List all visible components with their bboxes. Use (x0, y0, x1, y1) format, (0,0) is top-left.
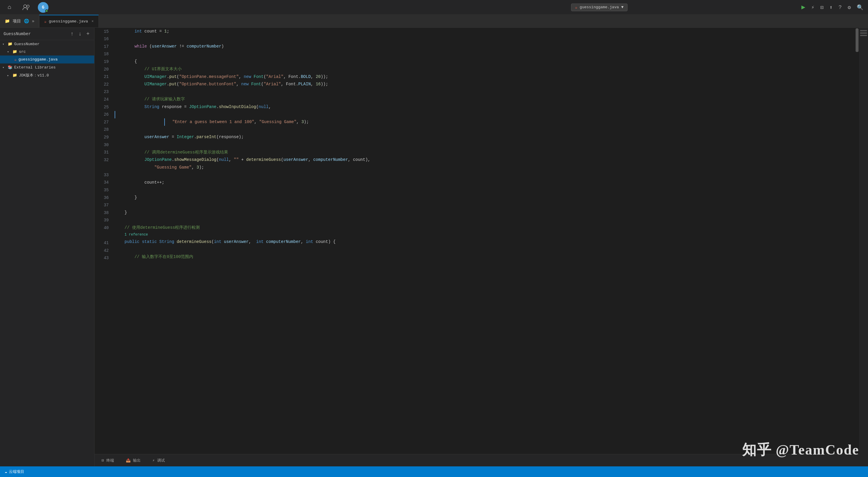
edge-stripe-1 (860, 30, 867, 31)
edge-stripe-2 (860, 32, 867, 34)
collapse-icon[interactable]: » (32, 19, 34, 24)
help-icon[interactable]: ? (838, 4, 842, 10)
code-line-25: String response = JOptionPane.showInputD… (115, 103, 855, 111)
output-tab[interactable]: 📤 输出 (123, 456, 143, 464)
code-line-35 (115, 186, 855, 194)
code-line-40: // 使用determineGuess程序进行检测 (115, 224, 855, 232)
code-editor[interactable]: int count = 1; while (userAnswer != comp… (112, 28, 855, 454)
panel-label: 项目 (13, 19, 21, 24)
code-line-24: // 请求玩家输入数字 (115, 96, 855, 103)
avatar-status-dot (45, 9, 48, 12)
line-num-40b (95, 232, 109, 239)
tree-item-jdk[interactable]: ▸ 📁 JDK版本：v11.0 (0, 71, 94, 79)
line-num-35: 35 (95, 186, 109, 194)
code-line-17: while (userAnswer != computerNumber) (115, 43, 855, 50)
terminal-tab[interactable]: ⊡ 终端 (99, 456, 116, 464)
line-num-18: 18 (95, 50, 109, 58)
panel-icon: 📁 (5, 19, 10, 24)
globe-icon: 🌐 (24, 19, 29, 24)
chevron-right-icon: ▸ (7, 73, 11, 77)
file-dropdown[interactable]: ☕ guessinggame.java ▼ (571, 4, 627, 11)
right-edge (859, 28, 868, 466)
line-num-16: 16 (95, 35, 109, 43)
line-num-38: 38 (95, 209, 109, 217)
cloud-status[interactable]: ☁ 云端项目 (5, 469, 24, 474)
code-line-43: // 输入数字不在0至100范围内 (115, 253, 855, 261)
run-button[interactable]: ▶ (802, 3, 805, 11)
code-line-39 (115, 217, 855, 224)
code-line-19: { (115, 58, 855, 66)
editor-area: 15 16 17 18 19 20 21 22 23 24 25 26 27 2… (95, 28, 859, 466)
line-num-21: 21 (95, 73, 109, 81)
line-num-28: 28 (95, 126, 109, 134)
share-icon[interactable]: ⬆ (830, 4, 833, 11)
line-num-17: 17 (95, 43, 109, 50)
code-line-34: count++; (115, 179, 855, 186)
add-file-icon[interactable]: + (85, 30, 91, 37)
code-line-41: public static String determineGuess(int … (115, 238, 855, 246)
line-num-31: 31 (95, 149, 109, 157)
home-icon[interactable]: ⌂ (5, 3, 14, 12)
panel-toggle[interactable]: 📁 项目 🌐 » (0, 15, 39, 28)
line-num-26: 26 (95, 111, 109, 118)
line-num-23: 23 (95, 88, 109, 96)
settings-icon[interactable]: ⚙ (848, 4, 851, 11)
dropdown-filename: guessinggame.java (580, 5, 619, 9)
tab-close-icon[interactable]: × (92, 20, 94, 24)
titlebar-center: ☕ guessinggame.java ▼ (403, 4, 795, 11)
users-icon[interactable] (21, 3, 31, 12)
tree-item-guessinggame[interactable]: ☕ guessinggame.java (0, 56, 94, 64)
line-num-32: 32 (95, 156, 109, 164)
reference-hint[interactable]: 1 reference (115, 232, 855, 238)
sidebar-header: GuessNumber ↑ ↓ + (0, 28, 94, 40)
line-num-34: 34 (95, 179, 109, 186)
code-line-28 (115, 126, 855, 134)
titlebar-right: ▶ ⚡ ⊡ ⬆ ? ⚙ 🔍 (802, 3, 863, 11)
tree-item-src[interactable]: ▾ 📁 src (0, 48, 94, 56)
download-icon[interactable]: ↓ (77, 30, 83, 37)
tree-item-guessnumber[interactable]: ▾ 📁 GuessNumber (0, 40, 94, 48)
terminal-label: 终端 (106, 458, 114, 463)
avatar[interactable]: G (38, 2, 49, 13)
search-icon[interactable]: 🔍 (857, 4, 863, 11)
code-line-42 (115, 246, 855, 253)
debug-icon: ⚡ (152, 458, 155, 463)
tree-label: GuessNumber (14, 42, 39, 46)
editor-content: 15 16 17 18 19 20 21 22 23 24 25 26 27 2… (95, 28, 859, 454)
external-libs-icon: 📚 (8, 65, 12, 70)
tab-label: guessinggame.java (49, 19, 88, 24)
line-num-20: 20 (95, 66, 109, 73)
java-file-icon: ☕ (44, 19, 46, 24)
output-icon: 📤 (126, 458, 131, 463)
line-num-37: 37 (95, 202, 109, 209)
cloud-label: 云端项目 (9, 469, 24, 474)
main-content: GuessNumber ↑ ↓ + ▾ 📁 GuessNumber ▾ 📁 sr… (0, 28, 868, 466)
java-file-icon: ☕ (14, 57, 17, 62)
file-tab[interactable]: ☕ guessinggame.java × (39, 15, 99, 28)
debug-tab[interactable]: ⚡ 调试 (150, 456, 167, 464)
line-num-22: 22 (95, 80, 109, 88)
upload-icon[interactable]: ↑ (69, 30, 75, 37)
line-num-24: 24 (95, 96, 109, 103)
tree-item-external-libraries[interactable]: ▾ 📚 External Libraries (0, 64, 94, 71)
tree-label: guessinggame.java (18, 57, 58, 62)
code-line-22: UIManager.put("OptionPane.buttonFont", n… (115, 80, 855, 88)
sidebar-actions: ↑ ↓ + (69, 30, 91, 37)
tabbar: 📁 项目 🌐 » ☕ guessinggame.java × (0, 15, 868, 28)
code-line-31: // 调用determineGuess程序显示游戏结果 (115, 149, 855, 157)
code-line-30 (115, 141, 855, 149)
sidebar-title: GuessNumber (4, 32, 31, 36)
jdk-icon: 📁 (12, 73, 17, 78)
debug-icon[interactable]: ⚡ (811, 4, 814, 11)
split-editor-icon[interactable]: ⊡ (820, 4, 824, 11)
statusbar: ☁ 云端项目 (0, 466, 868, 477)
bottom-tabs: ⊡ 终端 📤 输出 ⚡ 调试 (95, 454, 859, 466)
tree-label: src (19, 49, 26, 54)
scrollbar[interactable] (855, 28, 859, 454)
line-num-32b (95, 164, 109, 171)
code-line-33 (115, 171, 855, 179)
line-num-19: 19 (95, 58, 109, 66)
code-line-32b: "Guessing Game", 3); (115, 164, 855, 171)
sidebar: GuessNumber ↑ ↓ + ▾ 📁 GuessNumber ▾ 📁 sr… (0, 28, 95, 466)
code-line-18 (115, 50, 855, 58)
